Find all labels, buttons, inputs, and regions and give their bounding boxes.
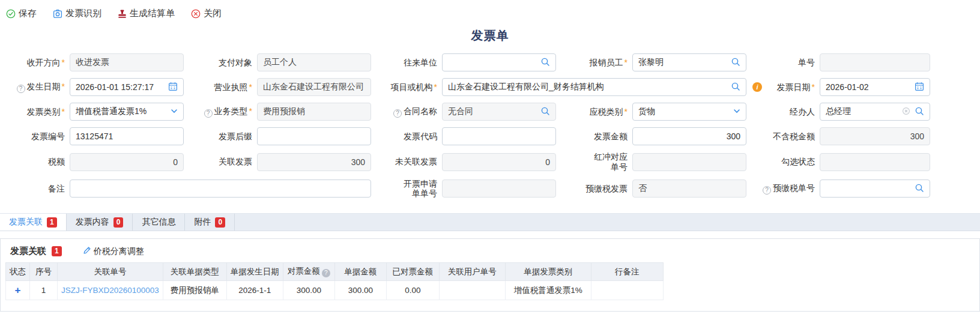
clear-icon[interactable]	[902, 107, 910, 117]
field-label-invoice-code: 发票代码	[371, 131, 442, 142]
tab-badge: 0	[215, 217, 225, 228]
search-icon[interactable]	[540, 106, 550, 118]
field-label-handler: 经办人	[746, 107, 820, 117]
field-label-linked-invoice: 关联发票	[184, 157, 257, 167]
amount-ex-tax-field: 300	[820, 127, 930, 145]
detail-tabbar: 发票关联 1 发票内容 0 其它信息 附件 0	[0, 213, 980, 231]
row-billed-amount-cell: 0.00	[386, 281, 439, 300]
calendar-icon[interactable]	[915, 82, 924, 93]
row-seq-cell: 1	[30, 281, 58, 300]
pay-target-field: 员工个人	[257, 53, 371, 71]
field-label-business-type: ?业务类型*	[184, 106, 257, 118]
field-label-direction: 收开方向*	[4, 58, 70, 68]
expand-plus-icon[interactable]: +	[15, 285, 21, 296]
help-icon: ?	[393, 109, 402, 118]
col-matched-amount: 对票金额?	[283, 263, 334, 281]
table-row: + 1 JSZJ-FYBXD20260100003 费用预报销单 2026-1-…	[6, 281, 664, 300]
project-org-field[interactable]: 山东金石建设工程有限公司_财务结算机构	[442, 78, 746, 96]
tab-badge: 0	[113, 217, 124, 228]
close-button[interactable]: 关闭	[191, 8, 222, 19]
invoice-suffix-field[interactable]	[257, 127, 371, 145]
prepaid-tax-no-field[interactable]	[820, 180, 930, 198]
search-icon[interactable]	[731, 82, 740, 93]
field-label-remark: 备注	[4, 184, 70, 194]
col-doc-amount: 单据金额	[334, 263, 386, 281]
price-tax-separation-link[interactable]: 价税分离调整	[83, 246, 144, 257]
camera-icon	[53, 9, 62, 19]
field-label-invoice-amount: 发票金额	[556, 131, 632, 142]
row-doc-no-link[interactable]: JSZJ-FYBXD20260100003	[58, 281, 163, 300]
field-label-tax-category: 应税类别*	[556, 107, 632, 117]
close-label: 关闭	[204, 8, 222, 19]
help-icon: ?	[763, 186, 771, 195]
check-circle-icon	[6, 9, 16, 19]
handler-field[interactable]: 总经理	[820, 103, 930, 121]
search-icon[interactable]	[915, 183, 924, 195]
doc-number-field	[820, 53, 930, 71]
field-label-invoice-suffix: 发票后缀	[184, 131, 257, 142]
search-icon[interactable]	[915, 106, 924, 118]
generate-settlement-button[interactable]: 生成结算单	[118, 8, 175, 19]
row-doc-date-cell: 2026-1-1	[226, 281, 283, 300]
help-icon: ?	[322, 269, 330, 277]
generate-settlement-label: 生成结算单	[130, 8, 175, 19]
invoice-code-field[interactable]	[442, 127, 556, 145]
invoice-form: 收开方向* 收进发票 支付对象 员工个人 往来单位 报销员工* 张黎明 单号 ?…	[4, 53, 980, 199]
contract-name-field: 无合同	[442, 103, 556, 121]
help-icon: ?	[204, 109, 213, 118]
invoice-amount-field[interactable]: 300	[632, 127, 746, 145]
red-reversal-no-field	[632, 153, 746, 171]
search-icon[interactable]	[540, 57, 550, 68]
row-user-doc-no-cell	[439, 281, 505, 300]
row-remark-cell	[591, 281, 663, 300]
save-label: 保存	[19, 8, 37, 19]
table-header-row: 状态 序号 关联单号 关联单据类型 单据发生日期 对票金额? 单据金额 已对票金…	[6, 263, 664, 281]
counterparty-field[interactable]	[442, 53, 556, 71]
col-row-remark: 行备注	[591, 263, 663, 281]
row-status-cell: +	[6, 281, 30, 300]
field-label-red-reversal-no: 红冲对应单号	[556, 152, 632, 172]
invoice-recognition-button[interactable]: 发票识别	[53, 8, 101, 19]
field-label-counterparty: 往来单位	[371, 58, 442, 68]
field-label-business-license: 营业执照*	[184, 82, 257, 92]
calendar-icon[interactable]	[168, 82, 178, 93]
save-button[interactable]: 保存	[6, 8, 37, 19]
tax-amount-field: 0	[70, 153, 184, 171]
tab-other-info[interactable]: 其它信息	[133, 214, 185, 231]
field-label-contract-name: ?合同名称	[371, 106, 442, 118]
tax-category-select[interactable]: 货物	[632, 103, 746, 121]
row-matched-amount-cell: 300.00	[283, 281, 334, 300]
business-type-field: 费用预报销	[257, 103, 371, 121]
field-label-invoice-no: 发票编号	[4, 131, 70, 142]
billing-request-no-field	[442, 180, 556, 198]
info-icon: i	[752, 82, 762, 92]
tab-invoice-relation[interactable]: 发票关联 1	[0, 214, 67, 231]
check-status-field	[820, 153, 930, 171]
relation-table: 状态 序号 关联单号 关联单据类型 单据发生日期 对票金额? 单据金额 已对票金…	[5, 262, 664, 300]
invoice-no-field[interactable]: 13125471	[70, 127, 184, 145]
invoice-category-select[interactable]: 增值税普通发票1%	[70, 103, 184, 121]
chevron-down-icon[interactable]	[171, 107, 178, 116]
row-doc-amount-cell: 300.00	[334, 281, 386, 300]
prepaid-tax-invoice-field: 否	[632, 180, 746, 198]
tab-invoice-content[interactable]: 发票内容 0	[67, 214, 133, 231]
close-circle-icon	[191, 9, 201, 19]
search-icon[interactable]	[731, 57, 740, 68]
reimburse-employee-field[interactable]: 张黎明	[632, 53, 746, 71]
invoice-recognition-label: 发票识别	[65, 8, 101, 19]
tab-attachment[interactable]: 附件 0	[185, 214, 235, 231]
field-label-doc-number: 单号	[746, 58, 820, 68]
field-label-unlinked-invoice: 未关联发票	[371, 157, 442, 167]
panel-title: 发票关联	[10, 246, 46, 257]
remark-field[interactable]	[70, 180, 371, 198]
chevron-down-icon[interactable]	[733, 107, 740, 116]
toolbar: 保存 发票识别 生成结算单 关闭	[0, 0, 980, 23]
field-label-occur-date: ?发生日期*	[4, 82, 70, 93]
invoice-date-field[interactable]: 2026-01-02	[820, 78, 930, 96]
invoice-relation-panel: 发票关联 1 价税分离调整 状态 序号 关联单号 关联单据类型 单据发生日期 对…	[0, 238, 980, 312]
col-user-doc-no: 关联用户单号	[439, 263, 505, 281]
edit-pen-icon	[83, 246, 91, 256]
occur-date-field[interactable]: 2026-01-01 15:27:17	[70, 78, 184, 96]
field-label-invoice-category: 发票类别*	[4, 107, 70, 117]
col-billed-amount: 已对票金额	[386, 263, 439, 281]
